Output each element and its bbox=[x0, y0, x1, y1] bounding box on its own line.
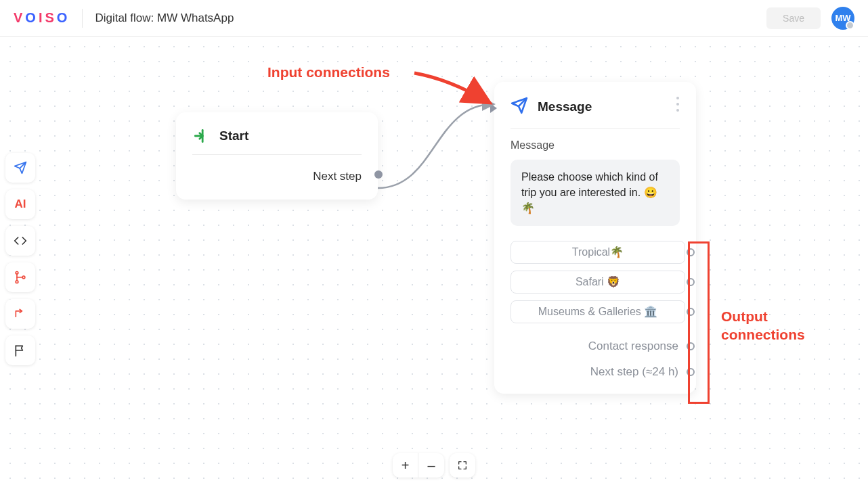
redirect-tool[interactable] bbox=[5, 299, 35, 329]
message-node-menu[interactable] bbox=[672, 97, 684, 112]
connection-start-to-message bbox=[374, 97, 502, 206]
branch-tool[interactable] bbox=[5, 262, 35, 292]
zoom-controls: + – bbox=[393, 453, 475, 478]
start-next-step-label: Next step bbox=[313, 170, 362, 183]
message-tool[interactable] bbox=[5, 153, 35, 183]
header-divider bbox=[82, 9, 83, 28]
start-node-title: Start bbox=[219, 129, 248, 143]
flag-tool[interactable] bbox=[5, 335, 35, 365]
fullscreen-icon bbox=[457, 460, 468, 471]
option-button-museums[interactable]: Museums & Galleries 🏛️ bbox=[511, 300, 685, 323]
zoom-in-button[interactable]: + bbox=[393, 453, 418, 478]
avatar[interactable]: MW bbox=[831, 7, 854, 30]
ai-tool-icon: AI bbox=[15, 198, 26, 211]
annotation-output-highlight bbox=[688, 241, 710, 404]
branch-tool-icon bbox=[14, 271, 27, 284]
app-header: VOISO Digital flow: MW WhatsApp Save MW bbox=[0, 0, 868, 37]
flow-title: Digital flow: MW WhatsApp bbox=[95, 11, 234, 25]
start-output-port[interactable] bbox=[374, 170, 383, 179]
annotation-output-label: Output connections bbox=[721, 307, 805, 344]
zoom-fit-button[interactable] bbox=[450, 453, 475, 478]
ai-tool[interactable]: AI bbox=[5, 189, 35, 219]
tool-palette: AI bbox=[5, 153, 35, 365]
code-tool[interactable] bbox=[5, 226, 35, 256]
annotation-input-label: Input connections bbox=[267, 64, 390, 80]
message-node-icon bbox=[511, 97, 528, 117]
option-button-tropical[interactable]: Tropical🌴 bbox=[511, 241, 685, 264]
output-contact-response-label: Contact response bbox=[588, 340, 678, 352]
message-node[interactable]: Message Message Please choose which kind… bbox=[494, 82, 696, 394]
output-next-step-label: Next step (≈24 h) bbox=[590, 365, 678, 378]
message-section-label: Message bbox=[511, 139, 680, 152]
save-button[interactable]: Save bbox=[766, 7, 821, 29]
start-icon bbox=[192, 127, 210, 145]
zoom-out-button[interactable]: – bbox=[418, 453, 444, 478]
message-node-title: Message bbox=[538, 99, 592, 114]
annotation-input-arrow bbox=[412, 62, 500, 110]
code-tool-icon bbox=[14, 234, 27, 248]
svg-point-2 bbox=[22, 276, 25, 279]
option-button-safari[interactable]: Safari 🦁 bbox=[511, 271, 685, 294]
start-node[interactable]: Start Next step bbox=[176, 112, 378, 200]
message-tool-icon bbox=[14, 161, 27, 175]
flow-canvas[interactable]: AI Input connections Output connections bbox=[0, 37, 868, 487]
message-bubble[interactable]: Please choose which kind of trip you are… bbox=[511, 160, 680, 226]
redirect-tool-icon bbox=[14, 307, 27, 321]
logo: VOISO bbox=[14, 10, 70, 26]
flag-tool-icon bbox=[14, 344, 27, 357]
